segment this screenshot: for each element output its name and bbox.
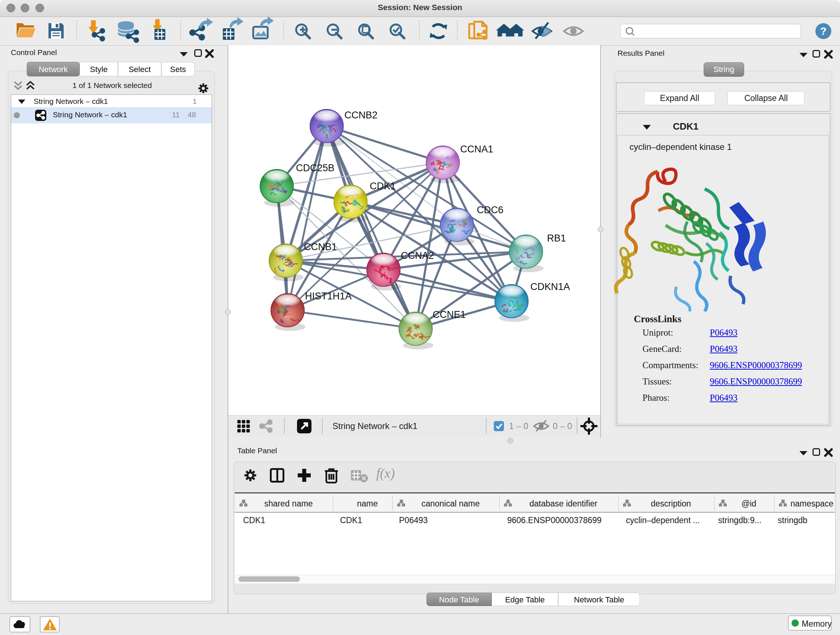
- svg-text:1 – 0: 1 – 0: [509, 421, 528, 431]
- svg-text:CDC25B: CDC25B: [296, 163, 335, 173]
- svg-text:CDK1: CDK1: [370, 181, 396, 192]
- svg-text:CCNA2: CCNA2: [401, 250, 434, 261]
- svg-text:HIST1H1A: HIST1H1A: [305, 291, 352, 302]
- svg-text:RB1: RB1: [547, 233, 566, 244]
- svg-text:String Network – cdk1: String Network – cdk1: [332, 421, 417, 431]
- svg-text:CDKN1A: CDKN1A: [531, 281, 570, 292]
- svg-text:0 – 0: 0 – 0: [553, 421, 572, 431]
- svg-text:CCNE1: CCNE1: [433, 309, 466, 320]
- svg-text:CCNB1: CCNB1: [304, 241, 337, 252]
- svg-text:CCNA1: CCNA1: [460, 144, 493, 155]
- svg-text:CCNB2: CCNB2: [344, 110, 378, 120]
- svg-text:CDC6: CDC6: [477, 204, 504, 215]
